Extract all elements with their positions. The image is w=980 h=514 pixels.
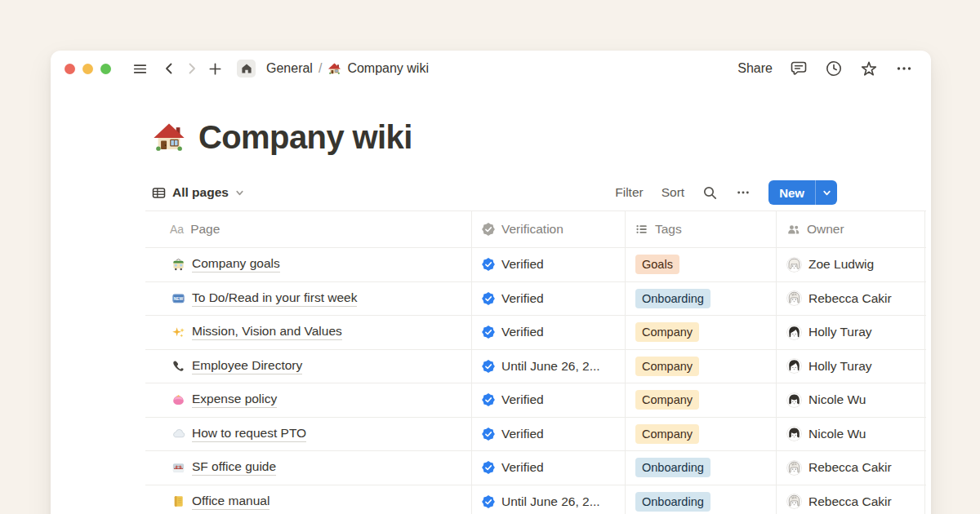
page-link[interactable]: How to request PTO bbox=[192, 426, 306, 442]
tag-pill[interactable]: Onboarding bbox=[635, 492, 710, 512]
view-more-icon[interactable] bbox=[736, 185, 751, 200]
comment-icon[interactable] bbox=[790, 60, 808, 78]
table-row[interactable]: SF office guide Verified Onboarding Rebe… bbox=[145, 451, 926, 485]
owner-avatar bbox=[786, 358, 802, 374]
page-cell[interactable]: Mission, Vision and Values bbox=[145, 316, 472, 349]
verified-badge-icon bbox=[482, 428, 495, 441]
page-cell[interactable]: Expense policy bbox=[145, 383, 472, 417]
home-icon[interactable] bbox=[237, 60, 256, 78]
tags-cell[interactable]: Onboarding bbox=[626, 485, 777, 514]
owner-avatar bbox=[786, 290, 802, 306]
verification-cell[interactable]: Verified bbox=[472, 282, 626, 316]
column-header-tags[interactable]: Tags bbox=[626, 211, 777, 247]
page-link[interactable]: To Do/Read in your first week bbox=[192, 290, 357, 307]
nav-forward-icon[interactable] bbox=[185, 62, 198, 75]
tags-cell[interactable]: Goals bbox=[626, 248, 777, 281]
maximize-window-button[interactable] bbox=[100, 64, 111, 74]
new-button-chevron[interactable] bbox=[815, 180, 837, 205]
owner-cell[interactable]: Rebecca Cakir bbox=[777, 282, 925, 316]
nav-back-icon[interactable] bbox=[163, 62, 176, 75]
owner-name: Holly Turay bbox=[808, 325, 872, 339]
clock-icon[interactable] bbox=[825, 60, 843, 78]
table-row[interactable]: How to request PTO Verified Company Nico… bbox=[145, 418, 926, 452]
page-link[interactable]: Company goals bbox=[192, 256, 280, 273]
table-grid-icon bbox=[152, 186, 166, 200]
verified-badge-icon bbox=[482, 360, 495, 373]
column-label: Verification bbox=[501, 222, 564, 237]
verification-cell[interactable]: Verified bbox=[472, 316, 626, 349]
tag-pill[interactable]: Company bbox=[635, 322, 699, 342]
new-page-plus-icon[interactable] bbox=[208, 62, 222, 76]
owner-cell[interactable]: Zoe Ludwig bbox=[777, 248, 925, 281]
tag-pill[interactable]: Company bbox=[635, 357, 699, 376]
page-link[interactable]: Expense policy bbox=[192, 392, 277, 408]
page-cell[interactable]: Company goals bbox=[145, 248, 472, 281]
owner-cell[interactable]: Rebecca Cakir bbox=[777, 485, 925, 514]
share-button[interactable]: Share bbox=[737, 61, 773, 76]
verified-badge-icon bbox=[482, 292, 495, 305]
verification-cell[interactable]: Verified bbox=[472, 248, 626, 281]
tags-cell[interactable]: Onboarding bbox=[626, 451, 777, 485]
tag-pill[interactable]: Company bbox=[635, 424, 699, 444]
page-cell[interactable]: Employee Directory bbox=[145, 350, 472, 383]
tag-pill[interactable]: Company bbox=[635, 390, 699, 410]
page-emoji-icon bbox=[172, 393, 185, 407]
breadcrumb-page-link[interactable]: Company wiki bbox=[347, 61, 429, 76]
owner-cell[interactable]: Holly Turay bbox=[777, 316, 925, 349]
sidebar-menu-icon[interactable] bbox=[132, 61, 148, 77]
tags-cell[interactable]: Company bbox=[626, 418, 777, 451]
tags-cell[interactable]: Onboarding bbox=[626, 282, 777, 316]
table-row[interactable]: Company goals Verified Goals Zoe Ludwig bbox=[145, 248, 926, 282]
view-switcher[interactable]: All pages bbox=[152, 185, 244, 200]
sort-button[interactable]: Sort bbox=[662, 185, 684, 200]
owner-cell[interactable]: Nicole Wu bbox=[777, 383, 925, 417]
table-row[interactable]: Employee Directory Until June 26, 2... C… bbox=[145, 350, 926, 384]
page-house-emoji-icon[interactable] bbox=[152, 121, 186, 155]
breadcrumb-root-link[interactable]: General bbox=[266, 61, 313, 76]
table-row[interactable]: To Do/Read in your first week Verified O… bbox=[145, 282, 926, 317]
table-row[interactable]: Office manual Until June 26, 2... Onboar… bbox=[145, 485, 926, 514]
page-link[interactable]: Office manual bbox=[192, 494, 270, 510]
page-link[interactable]: Mission, Vision and Values bbox=[192, 324, 342, 340]
page-title[interactable]: Company wiki bbox=[198, 119, 412, 156]
tag-pill[interactable]: Goals bbox=[635, 255, 679, 274]
page-link[interactable]: SF office guide bbox=[192, 459, 276, 476]
minimize-window-button[interactable] bbox=[82, 64, 93, 74]
verification-cell[interactable]: Until June 26, 2... bbox=[472, 485, 626, 514]
owner-cell[interactable]: Holly Turay bbox=[777, 350, 925, 383]
column-header-owner[interactable]: Owner bbox=[777, 211, 925, 247]
page-emoji-icon bbox=[172, 326, 185, 339]
verification-cell[interactable]: Verified bbox=[472, 451, 626, 485]
page-cell[interactable]: To Do/Read in your first week bbox=[145, 282, 472, 316]
tags-cell[interactable]: Company bbox=[626, 316, 777, 349]
more-options-icon[interactable] bbox=[895, 60, 913, 78]
verified-seal-icon bbox=[482, 223, 495, 236]
filter-button[interactable]: Filter bbox=[615, 185, 643, 200]
owner-cell[interactable]: Rebecca Cakir bbox=[777, 451, 925, 485]
table-row[interactable]: Mission, Vision and Values Verified Comp… bbox=[145, 316, 926, 350]
page-cell[interactable]: SF office guide bbox=[145, 451, 472, 485]
page-link[interactable]: Employee Directory bbox=[192, 358, 302, 374]
tags-cell[interactable]: Company bbox=[626, 383, 777, 417]
database-view-bar: All pages Filter Sort New bbox=[152, 179, 837, 206]
column-header-verification[interactable]: Verification bbox=[472, 211, 626, 247]
search-icon[interactable] bbox=[702, 185, 718, 201]
table-row[interactable]: Expense policy Verified Company Nicole W… bbox=[145, 383, 926, 418]
owner-avatar bbox=[786, 426, 802, 441]
new-button[interactable]: New bbox=[768, 180, 815, 205]
verification-cell[interactable]: Verified bbox=[472, 383, 626, 417]
star-icon[interactable] bbox=[860, 60, 878, 78]
column-header-page[interactable]: Aa Page bbox=[145, 211, 472, 247]
tag-pill[interactable]: Onboarding bbox=[635, 458, 710, 477]
verification-cell[interactable]: Until June 26, 2... bbox=[472, 350, 626, 383]
close-window-button[interactable] bbox=[65, 64, 75, 74]
page-cell[interactable]: How to request PTO bbox=[145, 418, 472, 451]
tag-pill[interactable]: Onboarding bbox=[635, 289, 710, 308]
app-window: General / Company wiki Share Company wik… bbox=[51, 51, 931, 514]
page-cell[interactable]: Office manual bbox=[145, 485, 472, 514]
owner-name: Nicole Wu bbox=[808, 392, 866, 407]
owner-avatar bbox=[786, 257, 802, 273]
tags-cell[interactable]: Company bbox=[626, 350, 777, 383]
owner-cell[interactable]: Nicole Wu bbox=[777, 418, 925, 451]
verification-cell[interactable]: Verified bbox=[472, 418, 626, 451]
